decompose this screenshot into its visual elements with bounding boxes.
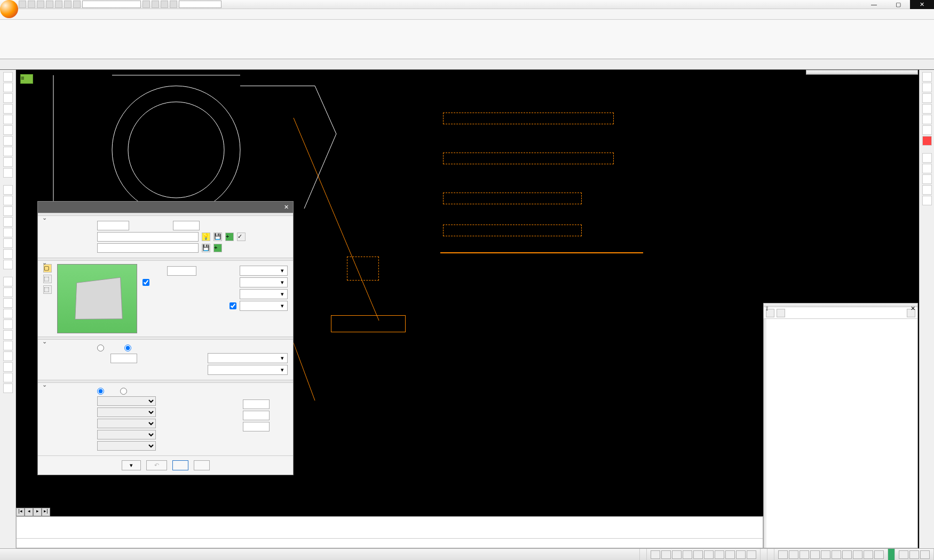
section-header[interactable] [38, 213, 293, 216]
tool-icon[interactable] [922, 72, 932, 82]
save-group-icon[interactable]: 💾 [202, 244, 210, 252]
tool-icon[interactable] [3, 362, 13, 372]
pisaki-button[interactable]: ▾ [240, 266, 288, 276]
szer-input[interactable] [243, 399, 270, 409]
view-misc-icon[interactable]: ⬚ [43, 285, 52, 294]
rodzaj-select[interactable] [97, 407, 156, 417]
tool-icon[interactable] [3, 185, 13, 195]
istniejaca-radio[interactable] [124, 345, 131, 351]
sheet-nav-first[interactable]: |◂ [16, 508, 25, 516]
status-btn[interactable] [715, 550, 724, 559]
ok-button[interactable] [172, 460, 188, 470]
add-icon[interactable]: + [225, 233, 234, 241]
check-icon[interactable]: ✓ [237, 233, 246, 241]
poziom-input[interactable] [110, 354, 137, 363]
tool-icon[interactable] [3, 217, 13, 227]
scale-label[interactable] [767, 549, 774, 560]
wyposazenie-button[interactable]: ▾ [208, 353, 288, 363]
close-button[interactable]: ✕ [910, 0, 934, 9]
tool-icon[interactable] [3, 228, 13, 237]
tool-icon[interactable] [3, 83, 13, 92]
tool-icon[interactable] [3, 287, 13, 297]
qat-combo-2[interactable] [179, 1, 221, 8]
lightbulb-icon[interactable]: 💡 [202, 233, 210, 241]
status-btn[interactable] [853, 550, 862, 559]
status-btn[interactable] [874, 550, 884, 559]
nazwa-select[interactable] [97, 396, 156, 406]
czcionki-button[interactable]: ▾ [240, 277, 288, 287]
standardowa-radio[interactable] [97, 388, 104, 395]
qat-icon[interactable] [73, 1, 81, 8]
powierzchnie-button[interactable]: ▾ [240, 289, 288, 299]
status-btn[interactable] [672, 550, 682, 559]
project-tree[interactable] [766, 319, 917, 548]
gleb-input[interactable] [243, 411, 270, 420]
qat-icon[interactable] [64, 1, 72, 8]
zwien-select[interactable] [97, 430, 156, 439]
tool-icon[interactable] [3, 319, 13, 329]
pin-icon[interactable]: ⟟ [766, 305, 768, 312]
status-btn[interactable] [821, 550, 830, 559]
qat-icon[interactable] [143, 1, 150, 8]
app-menu-orb[interactable] [0, 0, 18, 18]
save-template-button[interactable]: ▾ [122, 460, 141, 470]
klasa-select[interactable] [97, 441, 156, 451]
tool-icon[interactable] [3, 147, 13, 156]
tool-icon[interactable] [922, 185, 932, 195]
tool-icon[interactable] [922, 174, 932, 184]
command-input[interactable] [17, 538, 763, 541]
wys-input[interactable] [243, 422, 270, 431]
tool-icon[interactable] [3, 309, 13, 318]
status-btn[interactable] [683, 550, 692, 559]
save-type-icon[interactable]: 💾 [213, 233, 222, 241]
tool-icon[interactable] [922, 115, 932, 124]
status-btn[interactable] [725, 550, 735, 559]
qat-icon[interactable] [152, 1, 159, 8]
model-space-button[interactable] [888, 549, 895, 560]
cancel-button[interactable] [194, 460, 210, 470]
section-header[interactable] [38, 258, 293, 261]
status-btn[interactable] [899, 550, 908, 559]
status-btn[interactable] [704, 550, 714, 559]
tool-icon[interactable] [3, 351, 13, 361]
angle-input[interactable] [167, 266, 196, 276]
id-input[interactable] [173, 221, 200, 230]
tool-icon[interactable] [3, 93, 13, 103]
status-btn[interactable] [909, 550, 919, 559]
status-btn[interactable] [832, 550, 841, 559]
qat-icon[interactable] [170, 1, 177, 8]
status-btn[interactable] [810, 550, 820, 559]
status-btn[interactable] [842, 550, 852, 559]
status-btn[interactable] [736, 550, 746, 559]
status-btn[interactable] [693, 550, 703, 559]
tool-icon[interactable] [3, 249, 13, 259]
undo-button[interactable]: ↶ [146, 460, 167, 470]
tool-icon[interactable] [922, 196, 932, 205]
uzytkownika-radio[interactable] [120, 388, 127, 395]
konst-select[interactable] [97, 419, 156, 428]
minimize-button[interactable]: — [862, 0, 886, 9]
sheet-nav-last[interactable]: ▸| [42, 508, 50, 516]
tool-icon[interactable] [3, 277, 13, 286]
close-icon[interactable]: ✕ [911, 305, 915, 312]
section-header[interactable] [38, 337, 293, 340]
status-btn[interactable] [778, 550, 788, 559]
status-btn[interactable] [747, 550, 756, 559]
tool-icon[interactable] [3, 383, 13, 393]
maximize-button[interactable]: ▢ [886, 0, 910, 9]
tool-icon[interactable] [3, 157, 13, 167]
opis-button[interactable]: ▾ [240, 301, 288, 311]
oslony-button[interactable]: ▾ [208, 365, 288, 375]
grupa-input[interactable] [97, 243, 199, 253]
status-btn[interactable] [661, 550, 671, 559]
status-btn[interactable] [789, 550, 798, 559]
tool-icon[interactable] [3, 136, 13, 146]
tool-icon[interactable] [3, 330, 13, 340]
projektowana-radio[interactable] [97, 345, 104, 351]
tool-icon[interactable] [922, 164, 932, 173]
tool-icon[interactable] [3, 125, 13, 135]
section-header[interactable] [38, 380, 293, 383]
dialog-close-icon[interactable]: ✕ [284, 204, 289, 211]
tool-icon[interactable] [3, 196, 13, 205]
qat-combo-1[interactable] [82, 1, 141, 8]
